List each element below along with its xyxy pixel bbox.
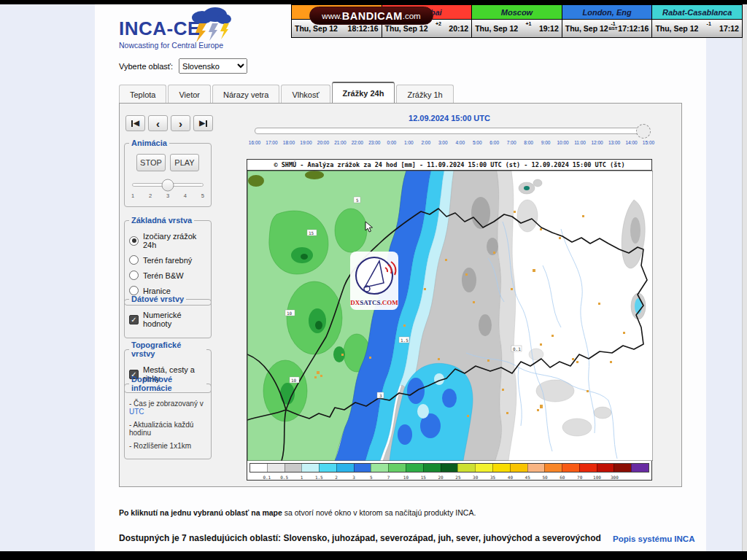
timeline-tick: 17:00 <box>266 140 277 145</box>
precipitation-map-frame: © SHMÚ - Analýza zrážok za 24 hod [mm] -… <box>247 159 652 481</box>
precipitation-map[interactable]: 15 10 10 5 3 3 1.5 0.1 DXSATCS.COM <box>247 171 653 461</box>
tab-teplota[interactable]: Teplota <box>119 85 166 104</box>
svg-text:0.1: 0.1 <box>513 346 521 351</box>
clock-moscow: Moscow Thu, Sep 12+119:12 <box>471 4 562 38</box>
tab-zrazky-24h[interactable]: Zrážky 24h <box>332 82 395 104</box>
timeline-tick: 13:00 <box>608 140 620 145</box>
base-layer-fieldset: Základná vrstva Izočiary zrážok 24h Teré… <box>124 216 212 306</box>
tab-vietor[interactable]: Vietor <box>168 85 211 104</box>
radio-teren-farebny[interactable] <box>129 255 139 265</box>
map-title: © SHMÚ - Analýza zrážok za 24 hod [mm] -… <box>247 160 651 171</box>
speed-slider[interactable] <box>132 183 204 187</box>
next-frame-button[interactable]: › <box>171 115 190 131</box>
scale-label: 2 <box>335 475 338 480</box>
scale-cell <box>614 464 631 472</box>
timeline-ticks: 16:0017:0018:0019:0020:0021:0022:0023:00… <box>255 140 649 147</box>
scale-label: 300 <box>611 475 619 480</box>
inca-description-link[interactable]: Popis systému INCA <box>613 534 694 543</box>
svg-text:5: 5 <box>356 198 359 203</box>
timeline-tick: 21:00 <box>334 140 346 145</box>
timeline-tick: 19:00 <box>300 140 311 145</box>
clock-date: Thu, Sep 12 <box>385 24 428 33</box>
scale-label: 70 <box>577 475 582 480</box>
timeline-tick: 6:00 <box>489 140 499 145</box>
timeline-tick: 4:00 <box>455 140 465 145</box>
footer-regions: Dostupných je 7 nasledujúcich oblastí: S… <box>119 533 601 543</box>
color-scale-cells <box>249 463 649 472</box>
timeline-tick: 10:00 <box>557 140 568 145</box>
timeline-tick: 16:00 <box>249 140 260 145</box>
stop-button[interactable]: STOP <box>136 154 166 171</box>
scale-cell <box>492 464 510 472</box>
radio-izociary[interactable] <box>129 236 139 246</box>
svg-text:10: 10 <box>291 378 297 383</box>
scale-label: 0.5 <box>280 475 288 480</box>
clock-city-label: Rabat-Casablanca <box>652 5 742 20</box>
scale-label: 1.5 <box>315 475 323 480</box>
region-label: Vyberte oblasť: <box>119 62 173 71</box>
last-frame-button[interactable]: ▶ <box>193 115 213 131</box>
timeline-tick: 15:00 <box>643 140 654 145</box>
checkbox-numericke-hodnoty[interactable]: ✓ <box>129 315 139 324</box>
speed-slider-thumb[interactable] <box>162 179 174 191</box>
timeline-current-time: 12.09.2024 15:00 UTC <box>247 114 652 122</box>
region-select[interactable]: Slovensko <box>179 58 247 74</box>
timeline-tick: 1:00 <box>404 140 414 145</box>
scale-label: 35 <box>490 475 495 480</box>
timeline-tick: 8:00 <box>524 140 533 145</box>
color-scale: 0.10.511.5235710152025303540455060701003… <box>247 461 651 480</box>
svg-text:10: 10 <box>287 311 293 316</box>
color-scale-labels: 0.10.511.5235710152025303540455060701003… <box>249 475 649 481</box>
scale-label: 30 <box>473 475 478 480</box>
tab-vlhkost[interactable]: Vlhkosť <box>281 85 330 104</box>
scale-cell <box>631 464 649 472</box>
scale-label: 25 <box>455 475 460 480</box>
animation-fieldset: Animácia STOP PLAY 12345 <box>124 139 212 207</box>
base-layer-legend: Základná vrstva <box>129 216 194 225</box>
scale-label: 10 <box>403 475 409 480</box>
clock-time: 19:12 <box>539 24 559 33</box>
scale-cell <box>250 464 267 472</box>
scale-cell <box>597 464 614 472</box>
scale-label: 100 <box>593 475 601 480</box>
play-button[interactable]: PLAY <box>170 154 199 171</box>
utc-link[interactable]: UTC <box>129 408 144 416</box>
topo-layers-legend: Topografické vrstvy <box>129 341 206 358</box>
clock-date: Thu, Sep 12 <box>295 24 338 33</box>
scale-label: 45 <box>525 475 530 480</box>
scale-cell <box>285 464 302 472</box>
scale-cell <box>475 464 492 472</box>
scale-cell <box>527 464 545 472</box>
clock-city-label: London, Eng <box>562 5 652 20</box>
step-navigation: ◀ ‹ › ▶ <box>125 115 213 131</box>
timeline-slider[interactable] <box>255 128 649 134</box>
timeline-tick: 20:00 <box>317 140 329 145</box>
tab-zrazky-1h[interactable]: Zrážky 1h <box>396 85 453 104</box>
radio-teren-bw[interactable] <box>129 271 139 280</box>
scale-cell <box>441 464 458 472</box>
scale-label: 1 <box>301 475 303 480</box>
scale-label: 0.1 <box>263 475 271 480</box>
scale-label: 60 <box>560 475 565 480</box>
svg-text:1.5: 1.5 <box>400 338 409 343</box>
data-layers-fieldset: Dátové vrstvy ✓Numerické hodnoty <box>124 295 212 338</box>
clock-date: Thu, Sep 12 <box>475 24 518 33</box>
clock-time: 17:12 <box>719 24 739 33</box>
timeline-tick: 23:00 <box>368 140 380 145</box>
scale-cell <box>267 464 285 472</box>
tab-narazy-vetra[interactable]: Nárazy vetra <box>212 85 279 104</box>
timeline-slider-thumb[interactable] <box>636 124 651 139</box>
logo-cloud-lightning-icon <box>186 6 234 44</box>
bandicam-watermark: www.BANDICAM.com <box>309 7 433 25</box>
previous-frame-button[interactable]: ‹ <box>148 115 168 131</box>
dxsatcs-watermark: DXSATCS.COM <box>350 252 398 310</box>
browser-scrollbar[interactable] <box>742 4 747 551</box>
svg-text:15: 15 <box>309 230 314 236</box>
first-frame-button[interactable]: ◀ <box>125 115 145 131</box>
scale-cell <box>336 464 354 472</box>
timeline-tick: 3:00 <box>438 140 448 145</box>
scale-cell <box>510 464 527 472</box>
scale-label: 40 <box>508 475 513 480</box>
timeline-tick: 5:00 <box>473 140 482 145</box>
svg-text:3: 3 <box>379 393 382 398</box>
